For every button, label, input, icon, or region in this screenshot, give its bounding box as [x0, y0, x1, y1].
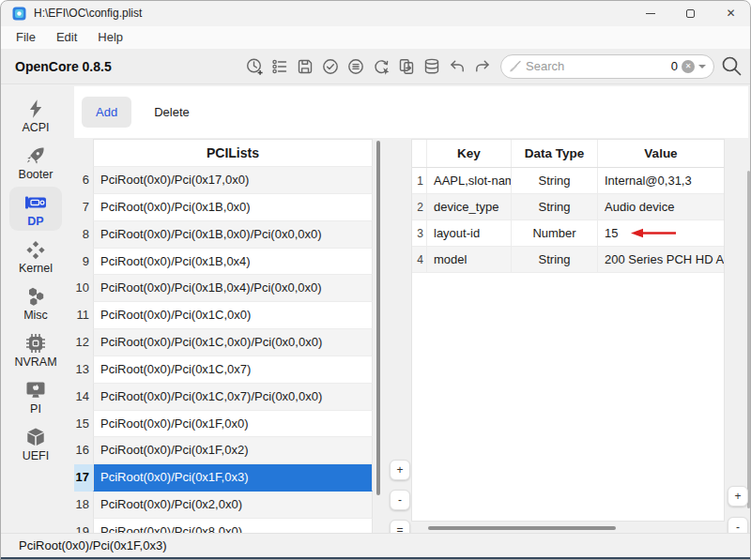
pci-path-cell[interactable]: PciRoot(0x0)/Pci(0x1C,0x7)	[93, 356, 373, 384]
search-options-caret-icon[interactable]	[698, 65, 706, 68]
sidebar-item-uefi[interactable]: UEFI	[9, 421, 62, 465]
row-number: 11	[74, 302, 93, 329]
pci-minus-button[interactable]: -	[390, 490, 410, 510]
pci-row-12[interactable]: 12PciRoot(0x0)/Pci(0x1C,0x0)/Pci(0x0,0x0…	[74, 329, 373, 356]
key-cell[interactable]: device_type	[426, 194, 511, 219]
sidebar: ACPIBooterDPKernelMiscNVRAMPIUEFI	[0, 84, 71, 533]
node-list-icon[interactable]	[268, 54, 291, 78]
pci-path-cell[interactable]: PciRoot(0x0)/Pci(0x1F,0x2)	[93, 437, 373, 464]
minimize-button[interactable]	[630, 0, 670, 26]
prop-row-1[interactable]: 1AAPL,slot-nameStringInternal@0,31,3	[412, 168, 724, 194]
database-icon[interactable]	[420, 54, 443, 78]
value-cell[interactable]: 200 Series PCH HD Audi	[597, 247, 724, 272]
key-cell[interactable]: layout-id	[426, 220, 511, 246]
pci-path-cell[interactable]: PciRoot(0x0)/Pci(0x2,0x0)	[93, 492, 373, 519]
history-icon[interactable]	[242, 54, 266, 78]
prop-row-2[interactable]: 2device_typeStringAudio device	[412, 194, 724, 220]
search-button[interactable]	[720, 54, 743, 78]
prop-row-4[interactable]: 4modelString200 Series PCH HD Audi	[412, 247, 724, 273]
pci-row-18[interactable]: 18PciRoot(0x0)/Pci(0x2,0x0)	[74, 492, 373, 519]
data-type-cell[interactable]: String	[511, 194, 597, 219]
row-number: 15	[74, 411, 93, 438]
sidebar-item-booter[interactable]: Booter	[9, 140, 62, 184]
pci-row-7[interactable]: 7PciRoot(0x0)/Pci(0x1B,0x0)	[74, 194, 373, 221]
data-type-cell[interactable]: Number	[511, 220, 597, 246]
app-icon	[12, 7, 26, 21]
sidebar-item-dp[interactable]: DP	[9, 187, 62, 231]
sidebar-item-nvram[interactable]: NVRAM	[9, 327, 62, 371]
menu-item-help[interactable]: Help	[87, 26, 133, 49]
pci-path-cell[interactable]: PciRoot(0x0)/Pci(0x8,0x0)	[93, 519, 373, 533]
pci-row-6[interactable]: 6PciRoot(0x0)/Pci(0x17,0x0)	[74, 167, 373, 194]
key-cell[interactable]: model	[426, 247, 511, 272]
close-button[interactable]: ✕	[711, 0, 751, 26]
list-circle-icon[interactable]	[344, 54, 367, 78]
sidebar-item-pi[interactable]: PI	[9, 374, 62, 418]
value-cell[interactable]: Internal@0,31,3	[597, 168, 724, 193]
add-button[interactable]: Add	[82, 97, 131, 128]
prop-plus-button[interactable]: +	[728, 486, 748, 507]
row-number: 3	[412, 220, 426, 246]
search-box[interactable]: 0 ✕	[500, 54, 714, 79]
delete-button[interactable]: Delete	[148, 97, 195, 128]
properties-horizontal-scrollbar[interactable]	[428, 526, 616, 530]
check-circle-icon[interactable]	[318, 54, 342, 78]
pci-path-cell[interactable]: PciRoot(0x0)/Pci(0x1B,0x0)	[93, 194, 373, 221]
value-text: 200 Series PCH HD Audi	[605, 247, 724, 272]
snapshot-icon[interactable]	[369, 54, 392, 78]
undo-icon[interactable]	[445, 54, 468, 78]
prop-minus-button[interactable]: -	[728, 517, 748, 533]
pci-row-8[interactable]: 8PciRoot(0x0)/Pci(0x1B,0x0)/Pci(0x0,0x0)	[74, 221, 373, 249]
content-area: Add Delete PCILists 6PciRoot(0x0)/Pci(0x…	[71, 84, 751, 533]
pci-path-cell[interactable]: PciRoot(0x0)/Pci(0x1B,0x4)/Pci(0x0,0x0)	[93, 275, 373, 302]
sidebar-item-misc[interactable]: Misc	[9, 280, 62, 325]
pci-path-cell[interactable]: PciRoot(0x0)/Pci(0x1C,0x0)/Pci(0x0,0x0)	[93, 329, 373, 356]
clear-search-icon[interactable]: ✕	[682, 60, 695, 73]
pci-row-9[interactable]: 9PciRoot(0x0)/Pci(0x1B,0x4)	[74, 249, 373, 276]
sync-files-icon[interactable]	[394, 54, 418, 78]
prop-row-3[interactable]: 3layout-idNumber15	[412, 220, 724, 247]
sidebar-item-acpi[interactable]: ACPI	[9, 93, 62, 137]
pci-path-cell[interactable]: PciRoot(0x0)/Pci(0x1F,0x3)	[93, 464, 373, 492]
data-type-cell[interactable]: String	[511, 247, 597, 272]
pci-plus-button[interactable]: +	[390, 460, 410, 480]
data-type-cell[interactable]: String	[511, 168, 597, 193]
pci-row-14[interactable]: 14PciRoot(0x0)/Pci(0x1C,0x7)/Pci(0x0,0x0…	[74, 384, 373, 411]
save-icon[interactable]	[293, 54, 316, 78]
pci-path-cell[interactable]: PciRoot(0x0)/Pci(0x1F,0x0)	[93, 411, 373, 438]
pci-row-13[interactable]: 13PciRoot(0x0)/Pci(0x1C,0x7)	[74, 356, 373, 384]
row-number: 7	[74, 194, 93, 221]
value-cell[interactable]: 15	[597, 220, 724, 246]
pci-path-cell[interactable]: PciRoot(0x0)/Pci(0x1B,0x4)	[93, 249, 373, 276]
pci-row-10[interactable]: 10PciRoot(0x0)/Pci(0x1B,0x4)/Pci(0x0,0x0…	[74, 275, 373, 302]
search-input[interactable]	[526, 59, 667, 73]
redo-icon[interactable]	[470, 54, 494, 78]
menu-item-file[interactable]: File	[6, 26, 46, 49]
row-number: 8	[74, 221, 93, 249]
app-body: ACPIBooterDPKernelMiscNVRAMPIUEFI Add De…	[0, 84, 751, 533]
row-number: 19	[74, 519, 93, 533]
pci-row-16[interactable]: 16PciRoot(0x0)/Pci(0x1F,0x2)	[74, 437, 373, 464]
maximize-button[interactable]	[670, 0, 711, 26]
pci-row-17[interactable]: 17PciRoot(0x0)/Pci(0x1F,0x3)	[74, 464, 373, 492]
sidebar-item-kernel[interactable]: Kernel	[9, 234, 62, 278]
pci-path-cell[interactable]: PciRoot(0x0)/Pci(0x1C,0x0)	[93, 302, 373, 329]
right-edge-scrollbar[interactable]	[747, 171, 750, 508]
row-number: 18	[74, 492, 93, 519]
pci-equals-button[interactable]: =	[390, 520, 410, 533]
pci-row-19[interactable]: 19PciRoot(0x0)/Pci(0x8,0x0)	[74, 519, 373, 533]
pci-row-11[interactable]: 11PciRoot(0x0)/Pci(0x1C,0x0)	[74, 302, 373, 329]
pci-path-cell[interactable]: PciRoot(0x0)/Pci(0x1B,0x0)/Pci(0x0,0x0)	[93, 221, 373, 249]
value-cell[interactable]: Audio device	[597, 194, 724, 219]
pci-table-vertical-scrollbar[interactable]	[376, 141, 380, 495]
rocket-icon	[24, 144, 47, 167]
pci-path-cell[interactable]: PciRoot(0x0)/Pci(0x1C,0x7)/Pci(0x0,0x0)	[93, 384, 373, 411]
row-number: 10	[74, 275, 93, 302]
key-cell[interactable]: AAPL,slot-name	[426, 168, 511, 193]
window-title: H:\EFI\OC\config.plist	[34, 7, 142, 20]
pci-path-cell[interactable]: PciRoot(0x0)/Pci(0x17,0x0)	[93, 167, 373, 194]
menu-item-edit[interactable]: Edit	[46, 26, 87, 49]
pci-row-15[interactable]: 15PciRoot(0x0)/Pci(0x1F,0x0)	[74, 411, 373, 438]
key-column-header: Key	[426, 140, 511, 167]
toolbar: OpenCore 0.8.5 0 ✕	[0, 49, 751, 84]
